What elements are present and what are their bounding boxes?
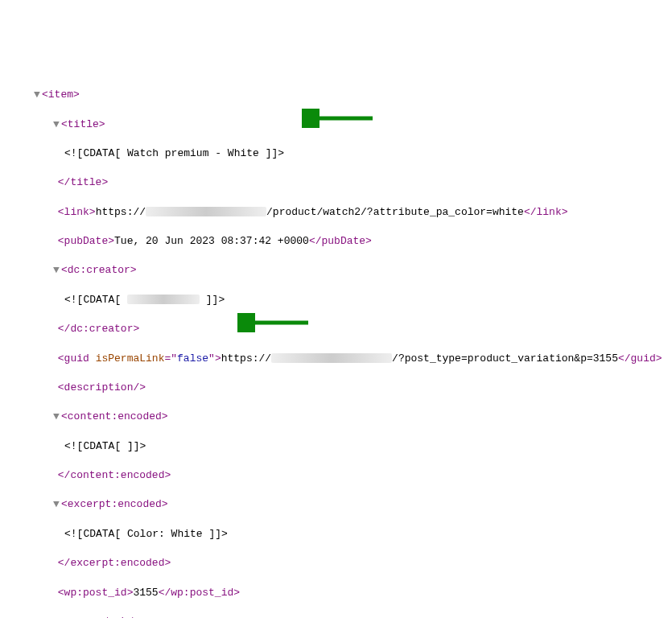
- tag-link-open: <link>: [58, 206, 96, 218]
- tag-guid-open-pre: <guid: [58, 352, 96, 365]
- tag-guid-close: </guid>: [618, 352, 662, 365]
- caret-title[interactable]: ▼: [52, 117, 61, 132]
- tag-pubdate-open: <pubDate>: [58, 235, 114, 247]
- cdata-dccreator-post: ]]>: [200, 294, 225, 306]
- redacted-creator: [127, 295, 200, 304]
- attr-close: ">: [208, 352, 221, 365]
- redacted-domain-1: [146, 207, 266, 216]
- text-link-pre: https://: [96, 206, 146, 218]
- tag-item-open: <item>: [42, 89, 80, 101]
- tag-excerpt-open: <excerpt:encoded>: [61, 498, 168, 510]
- tag-dccreator-open: <dc:creator>: [61, 264, 137, 276]
- text-guid-post: /?post_type=product_variation&p=3155: [392, 352, 618, 365]
- caret-excerpt[interactable]: ▼: [52, 497, 61, 512]
- tag-link-close: </link>: [524, 206, 568, 218]
- text-pubdate: Tue, 20 Jun 2023 08:37:42 +0000: [114, 235, 309, 247]
- text-guid-pre: https://: [221, 352, 271, 365]
- attr-ispermalink-val: false: [177, 352, 208, 365]
- attr-eq: =": [164, 352, 177, 365]
- tag-excerpt-close: </excerpt:encoded>: [58, 557, 171, 569]
- caret-item[interactable]: ▼: [32, 88, 42, 102]
- tag-postid-open: <wp:post_id>: [58, 587, 134, 599]
- text-link-post: /product/watch2/?attribute_pa_color=whit…: [266, 206, 524, 218]
- tag-title-open: <title>: [61, 118, 105, 130]
- tag-title-close: </title>: [58, 176, 108, 188]
- attr-ispermalink: isPermaLink: [96, 352, 165, 365]
- caret-postdate[interactable]: ▼: [52, 615, 61, 618]
- tag-dccreator-close: </dc:creator>: [58, 323, 139, 335]
- text-postid: 3155: [133, 587, 158, 599]
- redacted-domain-2: [271, 353, 392, 363]
- tag-content-close: </content:encoded>: [58, 469, 171, 481]
- tag-postid-close: </wp:post_id>: [159, 587, 240, 599]
- tag-description: <description/>: [58, 381, 146, 393]
- cdata-title: <![CDATA[ Watch premium - White ]]>: [64, 147, 284, 159]
- tag-content-open: <content:encoded>: [61, 410, 168, 422]
- xml-tree-view: ▼<item> ▼<title> <![CDATA[ Watch premium…: [0, 59, 672, 618]
- caret-dccreator[interactable]: ▼: [52, 263, 61, 278]
- cdata-dccreator-pre: <![CDATA[: [64, 294, 127, 306]
- tag-pubdate-close: </pubDate>: [309, 235, 372, 247]
- cdata-content: <![CDATA[ ]]>: [64, 440, 146, 452]
- caret-content[interactable]: ▼: [52, 410, 61, 424]
- cdata-excerpt: <![CDATA[ Color: White ]]>: [64, 528, 228, 540]
